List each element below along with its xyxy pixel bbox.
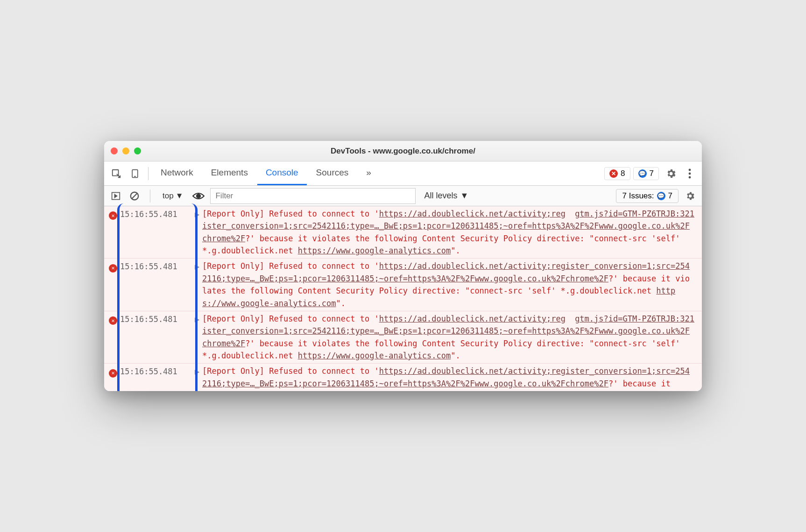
message-count: 7 xyxy=(650,169,654,178)
message-body: gtm.js?id=GTM-PZ6TRJB:321 [Report Only] … xyxy=(202,208,699,257)
svg-point-3 xyxy=(689,168,691,171)
error-count: 8 xyxy=(621,169,625,178)
message-counter[interactable]: 💬 7 xyxy=(633,167,659,180)
expand-caret-icon[interactable]: ▶ xyxy=(195,313,202,362)
kebab-menu-icon[interactable] xyxy=(680,164,699,183)
svg-marker-7 xyxy=(115,194,117,197)
levels-label: All levels xyxy=(424,191,457,201)
expand-caret-icon[interactable]: ▶ xyxy=(195,208,202,257)
tab-more[interactable]: » xyxy=(358,161,380,185)
chevron-down-icon: ▼ xyxy=(460,191,469,201)
message-body: [Report Only] Refused to connect to 'htt… xyxy=(202,260,699,309)
live-expression-icon[interactable] xyxy=(191,189,205,203)
titlebar: DevTools - www.google.co.uk/chrome/ xyxy=(104,141,702,161)
chevron-down-icon: ▼ xyxy=(176,191,184,201)
error-icon: ✕ xyxy=(109,365,120,390)
message-body: gtm.js?id=GTM-PZ6TRJB:321 [Report Only] … xyxy=(202,313,699,362)
filter-input[interactable] xyxy=(210,188,416,204)
console-error-row[interactable]: ✕ 15:16:55.481 ▶ [Report Only] Refused t… xyxy=(104,259,702,311)
error-counter[interactable]: ✕ 8 xyxy=(604,167,630,180)
tab-sources[interactable]: Sources xyxy=(308,161,357,185)
timestamp: 15:16:55.481 xyxy=(120,313,195,362)
main-toolbar: Network Elements Console Sources » ✕ 8 💬… xyxy=(104,161,702,186)
url-link[interactable]: http xyxy=(379,314,398,323)
svg-point-10 xyxy=(197,194,200,198)
minimize-window[interactable] xyxy=(122,147,129,154)
issues-count: 7 xyxy=(668,191,672,201)
window-title: DevTools - www.google.co.uk/chrome/ xyxy=(104,147,702,156)
url-link[interactable]: https://www.google-analytics.com xyxy=(298,351,451,360)
tab-network[interactable]: Network xyxy=(152,161,202,185)
tab-console[interactable]: Console xyxy=(257,161,307,185)
divider xyxy=(150,189,150,203)
console-settings-gear-icon[interactable] xyxy=(683,189,697,203)
source-link[interactable]: gtm.js?id=GTM-PZ6TRJB:321 xyxy=(575,313,694,325)
console-error-row[interactable]: ✕ 15:16:55.481 ▶ gtm.js?id=GTM-PZ6TRJB:3… xyxy=(104,311,702,364)
svg-line-9 xyxy=(132,193,137,198)
svg-point-4 xyxy=(689,172,691,175)
expand-caret-icon[interactable]: ▶ xyxy=(195,260,202,309)
devtools-window: DevTools - www.google.co.uk/chrome/ Netw… xyxy=(104,141,702,391)
url-link[interactable]: https://www.google-analytics.com xyxy=(298,246,451,255)
svg-point-5 xyxy=(689,176,691,178)
panel-tabs: Network Elements Console Sources » xyxy=(152,161,380,185)
log-levels-selector[interactable]: All levels ▼ xyxy=(420,191,472,201)
settings-gear-icon[interactable] xyxy=(662,164,680,183)
context-selector[interactable]: top ▼ xyxy=(159,190,187,202)
clear-console-icon[interactable] xyxy=(127,189,141,203)
divider xyxy=(148,167,148,180)
context-label: top xyxy=(163,191,174,201)
timestamp: 15:16:55.481 xyxy=(120,208,195,257)
maximize-window[interactable] xyxy=(134,147,141,154)
timestamp: 15:16:55.481 xyxy=(120,365,195,390)
message-body: [Report Only] Refused to connect to 'htt… xyxy=(202,365,699,390)
console-error-row[interactable]: ✕ 15:16:55.481 ▶ [Report Only] Refused t… xyxy=(104,364,702,391)
issues-button[interactable]: 7 Issues: 💬 7 xyxy=(616,189,679,203)
source-link[interactable]: gtm.js?id=GTM-PZ6TRJB:321 xyxy=(575,208,694,220)
error-icon: ✕ xyxy=(109,313,120,362)
tab-elements[interactable]: Elements xyxy=(203,161,256,185)
show-sidebar-icon[interactable] xyxy=(109,189,123,203)
console-error-row[interactable]: ✕ 15:16:55.481 ▶ gtm.js?id=GTM-PZ6TRJB:3… xyxy=(104,206,702,259)
error-icon: ✕ xyxy=(109,208,120,257)
console-subbar: top ▼ All levels ▼ 7 Issues: 💬 7 xyxy=(104,186,702,206)
timestamp: 15:16:55.481 xyxy=(120,260,195,309)
issues-label: 7 Issues: xyxy=(622,191,654,201)
console-output: ✕ 15:16:55.481 ▶ gtm.js?id=GTM-PZ6TRJB:3… xyxy=(104,206,702,391)
issues-icon: 💬 xyxy=(657,192,665,200)
expand-caret-icon[interactable]: ▶ xyxy=(195,365,202,390)
inspect-element-icon[interactable] xyxy=(107,164,126,183)
url-link[interactable]: http xyxy=(379,209,398,218)
window-controls xyxy=(111,147,141,154)
close-window[interactable] xyxy=(111,147,118,154)
error-icon: ✕ xyxy=(609,169,618,178)
message-icon: 💬 xyxy=(638,169,647,178)
device-toggle-icon[interactable] xyxy=(126,164,144,183)
error-icon: ✕ xyxy=(109,260,120,309)
